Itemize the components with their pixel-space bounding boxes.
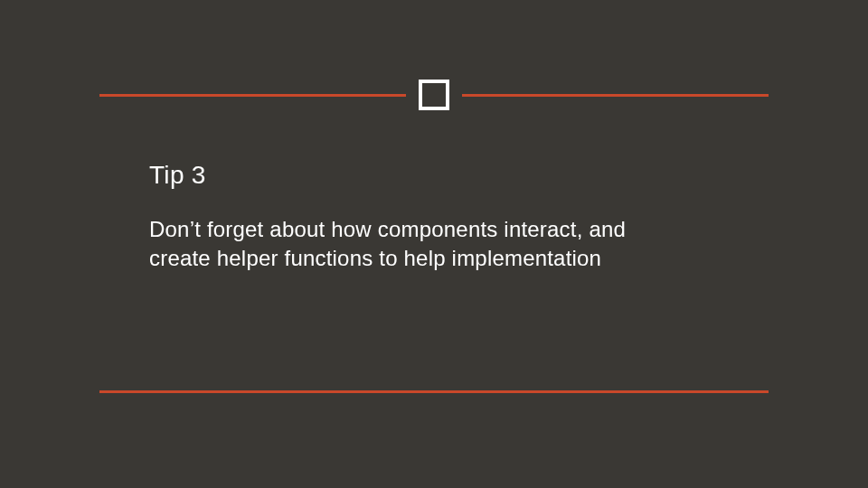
slide-container: Tip 3 Don’t forget about how components … [0, 0, 868, 488]
accent-line-bottom [99, 390, 769, 393]
square-icon [419, 80, 449, 110]
accent-line-right [462, 94, 769, 97]
slide-body: Don’t forget about how components intera… [149, 215, 674, 274]
slide-title: Tip 3 [149, 161, 741, 190]
accent-line-left [99, 94, 406, 97]
content-area: Tip 3 Don’t forget about how components … [149, 161, 741, 274]
top-decoration [99, 79, 769, 111]
